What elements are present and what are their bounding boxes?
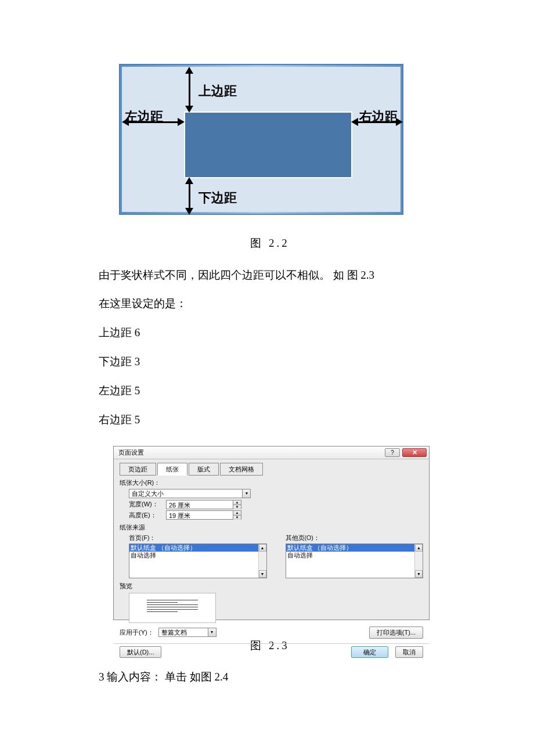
spin-down-icon[interactable]: ▼ (233, 505, 241, 509)
titlebar: 页面设置 ? ✕ (114, 447, 429, 459)
list-item[interactable]: 自动选择 (129, 552, 266, 559)
page-setup-dialog: 页面设置 ? ✕ 页边距 纸张 版式 文档网格 纸张大小(R)： 自定义大小 ▾… (113, 446, 430, 620)
default-button[interactable]: 默认(D)... (120, 646, 161, 658)
apply-to-value: 整篇文档 (159, 628, 208, 638)
paper-source-label: 纸张来源 (120, 523, 423, 532)
chevron-down-icon: ▾ (208, 628, 216, 636)
arrow-head (185, 177, 193, 184)
tab-grid[interactable]: 文档网格 (220, 463, 263, 476)
titlebar-buttons: ? ✕ (385, 448, 429, 457)
tabs: 页边距 纸张 版式 文档网格 (120, 463, 423, 476)
preview-line (147, 609, 198, 610)
p-settings-intro: 在这里设定的是： (99, 292, 441, 315)
list-item[interactable]: 自动选择 (286, 552, 423, 559)
tab-layout[interactable]: 版式 (189, 463, 219, 476)
cancel-button[interactable]: 取消 (395, 646, 423, 658)
paper-size-value: 自定义大小 (129, 489, 242, 499)
scroll-down-icon[interactable]: ▼ (415, 570, 423, 578)
arrow-head (178, 118, 185, 126)
spin-down-icon[interactable]: ▼ (233, 516, 241, 520)
other-pages-listbox[interactable]: 默认纸盒 （自动选择） 自动选择 ▲▼ (286, 543, 424, 578)
bottom-margin-label: 下边距 (199, 188, 237, 207)
preview-line (147, 607, 198, 607)
preview-box (129, 593, 216, 623)
preview-line (147, 604, 198, 605)
scroll-up-icon[interactable]: ▲ (259, 544, 266, 552)
preview-line (147, 611, 178, 612)
height-value: 19 厘米 (167, 511, 233, 519)
preview-line (147, 602, 178, 603)
body-text: 由于奖状样式不同，因此四个边距可以不相似。 如 图 2.3 在这里设定的是： 上… (99, 264, 441, 431)
width-label: 宽度(W)： (129, 499, 163, 509)
close-button[interactable]: ✕ (402, 448, 427, 457)
height-spinner[interactable]: 19 厘米 ▲▼ (166, 510, 241, 520)
tab-paper[interactable]: 纸张 (157, 463, 187, 476)
p-top-margin: 上边距 6 (99, 321, 441, 344)
paper-size-combo[interactable]: 自定义大小 ▾ (129, 489, 251, 498)
scroll-down-icon[interactable]: ▼ (259, 570, 266, 578)
paper-size-label: 纸张大小(R)： (120, 478, 423, 488)
preview-line (147, 600, 198, 600)
left-margin-label: 左边距 (125, 107, 163, 126)
ok-button[interactable]: 确定 (351, 646, 388, 658)
arrow-head (351, 118, 358, 126)
bottom-arrow-line (189, 180, 190, 211)
p-note: 由于奖状样式不同，因此四个边距可以不相似。 如 图 2.3 (99, 264, 441, 287)
other-pages-label: 其他页(O)： (286, 534, 424, 543)
arrow-head (185, 208, 193, 215)
height-label: 高度(E)： (129, 510, 163, 520)
p-left-margin: 左边距 5 (99, 379, 441, 402)
spin-up-icon[interactable]: ▲ (233, 501, 241, 505)
p-right-margin: 右边距 5 (99, 408, 441, 431)
scrollbar[interactable]: ▲▼ (414, 544, 423, 578)
right-margin-label: 右边距 (359, 107, 398, 126)
fig22-caption: 图 2.2 (99, 235, 441, 252)
width-spinner[interactable]: 26 厘米 ▲▼ (166, 500, 241, 509)
dialog-title: 页面设置 (118, 448, 144, 458)
spin-up-icon[interactable]: ▲ (233, 511, 241, 516)
list-item[interactable]: 默认纸盒 （自动选择） (286, 544, 423, 552)
margin-diagram: 上边距 下边距 左边距 右边距 (119, 64, 403, 215)
first-page-listbox[interactable]: 默认纸盒 （自动选择） 自动选择 ▲▼ (129, 543, 267, 578)
scroll-up-icon[interactable]: ▲ (415, 544, 423, 552)
top-arrow-line (189, 70, 190, 109)
preview-label: 预览 (120, 581, 423, 591)
apply-to-combo[interactable]: 整篇文档 ▾ (158, 628, 217, 637)
print-options-button[interactable]: 打印选项(T)... (369, 627, 423, 639)
scrollbar[interactable]: ▲▼ (258, 544, 266, 578)
p-bottom-margin: 下边距 3 (99, 350, 441, 373)
list-item[interactable]: 默认纸盒 （自动选择） (129, 544, 266, 552)
first-page-label: 首页(F)： (129, 534, 267, 543)
help-button[interactable]: ? (385, 448, 400, 457)
arrow-head (185, 106, 193, 113)
chevron-down-icon: ▾ (242, 489, 250, 498)
content-rect (184, 111, 352, 178)
apply-to-label: 应用于(Y)： (120, 628, 154, 638)
step3-text: 3 输入内容： 单击 如图 2.4 (99, 665, 441, 689)
width-value: 26 厘米 (167, 501, 233, 509)
tab-margins[interactable]: 页边距 (120, 463, 156, 476)
arrow-head (185, 67, 193, 74)
top-margin-label: 上边距 (199, 81, 237, 100)
